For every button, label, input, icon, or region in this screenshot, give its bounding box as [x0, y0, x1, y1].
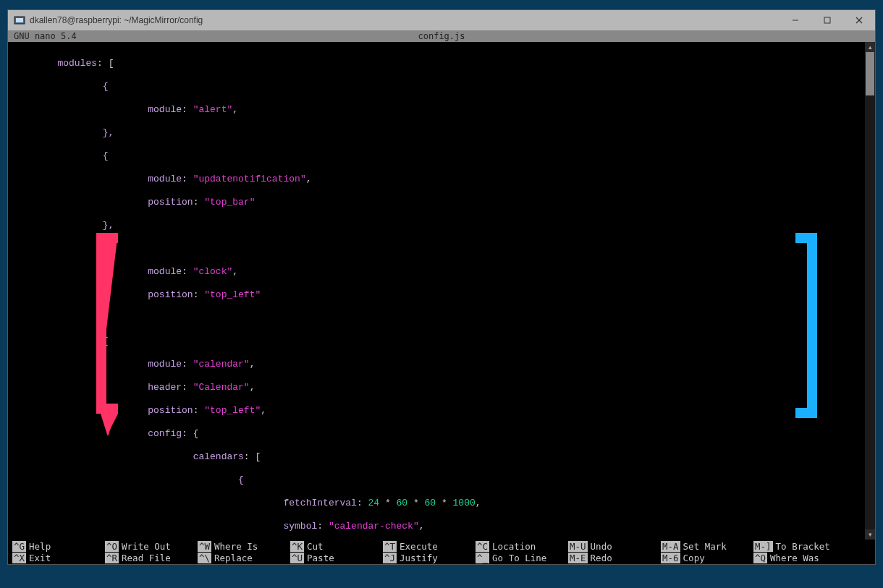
shortcut-item: ^UPaste	[290, 553, 383, 563]
nano-version: GNU nano 5.4	[14, 31, 77, 41]
shortcut-label: Undo	[591, 541, 612, 552]
shortcut-key: ^T	[383, 541, 397, 552]
code-token: modules	[57, 58, 97, 69]
shortcut-label: Justify	[400, 553, 438, 563]
close-button[interactable]	[843, 10, 875, 30]
svg-rect-3	[824, 17, 830, 23]
shortcut-item: ^QWhere Was	[753, 553, 846, 563]
shortcut-key: M-E	[568, 553, 588, 563]
editor-content[interactable]: modules: [ { module: "alert", }, { modul…	[8, 42, 865, 540]
shortcut-key: ^K	[290, 541, 304, 552]
footer-row-2: ^XExit^RRead File^\Replace^UPaste^JJusti…	[12, 553, 865, 563]
shortcut-label: Redo	[591, 553, 612, 563]
shortcut-label: Help	[29, 541, 51, 552]
shortcut-key: ^W	[198, 541, 211, 552]
shortcut-key: M-A	[661, 541, 680, 552]
scroll-down-icon[interactable]: ▾	[865, 529, 875, 540]
scroll-thumb[interactable]	[866, 52, 874, 95]
shortcut-key: M-]	[753, 541, 773, 552]
shortcut-key: ^Q	[753, 553, 767, 563]
shortcut-key: ^_	[476, 553, 489, 563]
shortcut-key: ^J	[383, 553, 397, 563]
shortcut-item: ^GHelp	[12, 541, 105, 552]
shortcut-item: ^KCut	[290, 541, 383, 552]
shortcut-item: ^\Replace	[198, 553, 290, 563]
scroll-up-icon[interactable]: ▴	[865, 42, 875, 52]
shortcut-item: ^RRead File	[105, 553, 198, 563]
shortcut-key: ^G	[12, 541, 26, 552]
shortcut-key: ^X	[12, 553, 26, 563]
window-titlebar[interactable]: dkallen78@raspberrypi: ~/MagicMirror/con…	[8, 10, 875, 30]
nano-filename: config.js	[418, 31, 465, 41]
shortcut-label: Where Is	[214, 541, 258, 552]
nano-footer: ^GHelp^OWrite Out^WWhere Is^KCut^TExecut…	[8, 540, 875, 564]
svg-rect-1	[16, 18, 23, 22]
shortcut-item: ^CLocation	[476, 541, 568, 552]
shortcut-label: Exit	[29, 553, 51, 563]
shortcut-key: ^O	[105, 541, 119, 552]
shortcut-label: Go To Line	[492, 553, 546, 563]
terminal-window: dkallen78@raspberrypi: ~/MagicMirror/con…	[7, 9, 876, 565]
shortcut-item: M-ERedo	[568, 553, 661, 563]
shortcut-item: M-]To Bracket	[753, 541, 846, 552]
shortcut-key: ^R	[105, 553, 119, 563]
putty-icon	[14, 14, 25, 26]
shortcut-key: M-U	[568, 541, 588, 552]
shortcut-item: ^XExit	[12, 553, 105, 563]
maximize-button[interactable]	[811, 10, 843, 30]
shortcut-label: Set Mark	[683, 541, 727, 552]
shortcut-label: To Bracket	[776, 541, 830, 552]
shortcut-item: M-6Copy	[661, 553, 753, 563]
minimize-button[interactable]	[780, 10, 811, 30]
shortcut-item: ^JJustify	[383, 553, 476, 563]
shortcut-label: Paste	[307, 553, 334, 563]
shortcut-item: ^WWhere Is	[198, 541, 290, 552]
scrollbar[interactable]: ▴ ▾	[865, 42, 875, 540]
shortcut-label: Where Was	[770, 553, 819, 563]
shortcut-label: Read File	[122, 553, 171, 563]
shortcut-key: ^C	[476, 541, 489, 552]
shortcut-label: Copy	[683, 553, 705, 563]
editor-area[interactable]: modules: [ { module: "alert", }, { modul…	[8, 42, 875, 540]
shortcut-label: Write Out	[122, 541, 171, 552]
shortcut-key: M-6	[661, 553, 680, 563]
shortcut-item: M-ASet Mark	[661, 541, 753, 552]
shortcut-item: ^OWrite Out	[105, 541, 198, 552]
window-title: dkallen78@raspberrypi: ~/MagicMirror/con…	[30, 15, 780, 25]
shortcut-label: Replace	[214, 553, 253, 563]
shortcut-item: M-UUndo	[568, 541, 661, 552]
shortcut-item: ^_Go To Line	[476, 553, 568, 563]
shortcut-label: Execute	[400, 541, 438, 552]
shortcut-label: Cut	[307, 541, 324, 552]
footer-row-1: ^GHelp^OWrite Out^WWhere Is^KCut^TExecut…	[12, 541, 865, 552]
nano-header: GNU nano 5.4 config.js	[8, 30, 875, 42]
shortcut-key: ^\	[198, 553, 211, 563]
shortcut-item: ^TExecute	[383, 541, 476, 552]
shortcut-label: Location	[492, 541, 536, 552]
shortcut-key: ^U	[290, 553, 304, 563]
